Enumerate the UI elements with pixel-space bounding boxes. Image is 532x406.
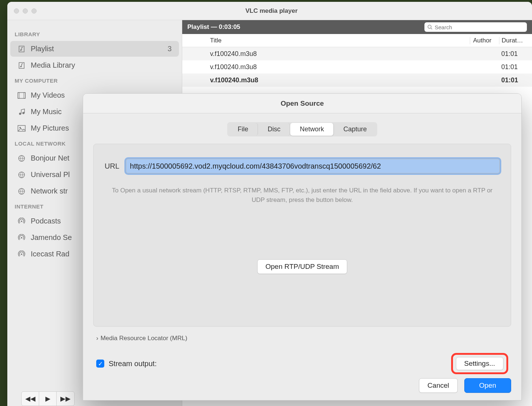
search-box[interactable] [424,22,527,32]
svg-point-14 [21,221,22,222]
sidebar-item-label: My Videos [31,91,65,99]
search-icon [427,25,432,30]
pictures-icon [18,124,26,132]
svg-point-15 [21,237,22,238]
dialog-footer: Cancel Open [419,378,511,393]
next-button[interactable]: ▶▶ [57,392,74,406]
table-row[interactable]: v.f100240.m3u8 01:01 [182,60,532,74]
network-panel: URL To Open a usual network stream (HTTP… [93,144,511,327]
url-input[interactable] [126,159,500,173]
tab-capture[interactable]: Capture [334,123,376,136]
svg-point-17 [428,25,431,29]
row-title: v.f100240.m3u8 [204,50,470,58]
row-duration: 01:01 [499,76,532,84]
playlist-header: Playlist — 0:03:05 [182,20,532,34]
music-icon [18,108,26,116]
hint-text: To Open a usual network stream (HTTP, RT… [105,186,500,204]
playlist-icon [18,45,26,53]
url-row: URL [105,159,500,173]
sidebar-header-library: LIBRARY [7,27,182,40]
sidebar-item-media-library[interactable]: Media Library [10,57,179,73]
sidebar-item-label: My Music [31,108,61,116]
podcast-icon [18,250,26,258]
svg-point-7 [19,113,21,115]
sidebar-item-label: Playlist [31,45,54,53]
globe-icon [18,171,26,179]
mrl-disclosure[interactable]: › Media Resource Locator (MRL) [96,335,508,342]
mrl-label: Media Resource Locator (MRL) [101,335,187,342]
svg-point-10 [19,127,21,128]
url-label: URL [105,162,119,170]
col-author[interactable]: Author [470,37,499,44]
chevron-right-icon: › [96,335,98,342]
row-title: v.f100240.m3u8 [204,63,470,71]
column-headers: Title Author Durat… [182,34,532,47]
col-title[interactable]: Title [204,37,470,44]
table-row[interactable]: v.f100240.m3u8 01:01 [182,74,532,87]
video-icon [18,91,26,99]
sidebar-item-label: Media Library [31,61,75,69]
table-row[interactable]: v.f100240.m3u8 01:01 [182,47,532,60]
titlebar: VLC media player [7,2,532,20]
dialog-title: Open Source [83,94,521,113]
sidebar-item-playlist[interactable]: Playlist 3 [10,41,179,57]
open-rtp-button[interactable]: Open RTP/UDP Stream [257,259,348,274]
row-duration: 01:01 [499,50,532,58]
podcast-icon [18,234,26,242]
sidebar-item-label: Jamendo Se [31,233,72,242]
sidebar-item-label: Icecast Rad [31,250,70,258]
sidebar-header-mycomputer: MY COMPUTER [7,74,182,87]
tabbar: File Disc Network Capture [227,122,377,136]
playlist-rows: v.f100240.m3u8 01:01 v.f100240.m3u8 01:0… [182,47,532,87]
window-title: VLC media player [11,7,532,15]
globe-icon [18,187,26,195]
search-input[interactable] [435,24,524,30]
cancel-button[interactable]: Cancel [419,378,457,393]
tabs: File Disc Network Capture [83,122,521,136]
svg-point-16 [21,253,22,255]
settings-button[interactable]: Settings... [456,357,504,370]
tab-network[interactable]: Network [290,123,334,136]
sidebar-item-count: 3 [168,45,172,53]
open-button[interactable]: Open [464,378,511,393]
tab-disc[interactable]: Disc [258,123,290,136]
settings-highlight: Settings... [451,353,509,374]
open-source-dialog: Open Source File Disc Network Capture UR… [83,93,522,401]
svg-point-8 [22,112,25,114]
tab-file[interactable]: File [228,123,258,136]
playback-controls: ◀◀ ▶ ▶▶ [21,391,75,406]
playlist-header-text: Playlist — 0:03:05 [187,23,240,31]
sidebar-item-label: Universal Pl [31,170,70,179]
stream-output-checkbox[interactable]: ✓ [96,360,104,368]
prev-button[interactable]: ◀◀ [22,392,39,406]
row-duration: 01:01 [499,63,532,71]
play-button[interactable]: ▶ [39,392,57,406]
sidebar-item-label: My Pictures [31,124,69,132]
stream-output-label: Stream output: [109,360,157,368]
sidebar-item-label: Bonjour Net [31,154,70,162]
media-library-icon [18,61,26,69]
sidebar-item-label: Podcasts [31,217,61,225]
globe-icon [18,154,26,162]
podcast-icon [18,217,26,225]
row-title: v.f100240.m3u8 [204,76,470,84]
stream-output-row: ✓ Stream output: Settings... [96,353,508,374]
svg-rect-4 [18,93,25,98]
sidebar-item-label: Network str [31,187,68,195]
col-duration[interactable]: Durat… [499,37,532,44]
